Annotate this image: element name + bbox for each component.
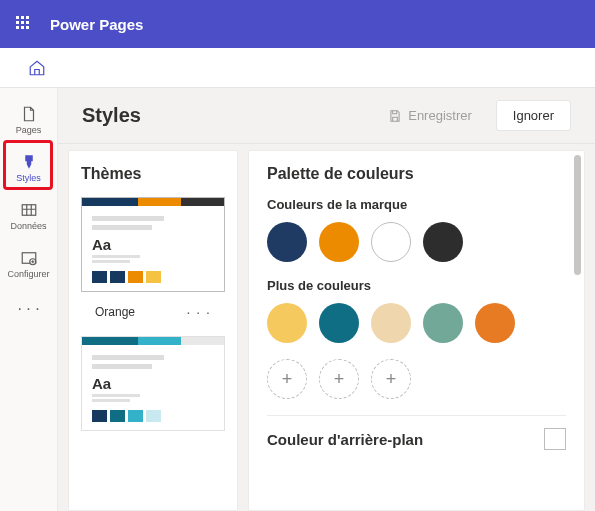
more-color-swatch[interactable]: [319, 303, 359, 343]
left-nav: Pages Styles Données Configurer · · ·: [0, 88, 58, 511]
more-color-swatch[interactable]: [267, 303, 307, 343]
add-color-button[interactable]: +: [267, 359, 307, 399]
page-icon: [20, 105, 38, 123]
more-colors-label: Plus de couleurs: [267, 278, 566, 293]
palette-panel: Palette de couleurs Couleurs de la marqu…: [248, 150, 585, 511]
nav-more[interactable]: · · ·: [0, 288, 57, 330]
app-brand: Power Pages: [50, 16, 143, 33]
app-launcher-icon[interactable]: [16, 16, 32, 32]
brand-color-swatch[interactable]: [423, 222, 463, 262]
more-color-swatch[interactable]: [371, 303, 411, 343]
brand-color-swatch[interactable]: [267, 222, 307, 262]
add-color-button[interactable]: +: [319, 359, 359, 399]
add-color-button[interactable]: +: [371, 359, 411, 399]
themes-panel: Thèmes AaOrange· · ·Aa: [68, 150, 238, 511]
nav-data[interactable]: Données: [0, 192, 57, 240]
nav-styles[interactable]: Styles: [0, 144, 57, 192]
theme-card[interactable]: Aa: [81, 197, 225, 292]
more-color-swatch[interactable]: [423, 303, 463, 343]
page-title: Styles: [82, 104, 364, 127]
save-icon: [388, 109, 402, 123]
scrollbar-thumb[interactable]: [574, 155, 581, 275]
divider: [267, 415, 566, 416]
theme-name: Orange: [95, 305, 135, 319]
background-color-label: Couleur d'arrière-plan: [267, 431, 423, 448]
brand-color-swatch[interactable]: [319, 222, 359, 262]
configure-icon: [20, 249, 38, 267]
background-color-swatch[interactable]: [544, 428, 566, 450]
themes-heading: Thèmes: [81, 165, 225, 183]
grid-icon: [20, 201, 38, 219]
theme-menu-icon[interactable]: · · ·: [187, 304, 211, 320]
ignore-button[interactable]: Ignorer: [496, 100, 571, 131]
app-header: Power Pages: [0, 0, 595, 48]
more-color-swatch[interactable]: [475, 303, 515, 343]
brand-color-swatch[interactable]: [371, 222, 411, 262]
breadcrumb-bar: [0, 48, 595, 88]
svg-rect-0: [22, 205, 36, 216]
toolbar: Styles Enregistrer Ignorer: [58, 88, 595, 144]
nav-configure[interactable]: Configurer: [0, 240, 57, 288]
brush-icon: [20, 153, 38, 171]
theme-card[interactable]: Aa: [81, 336, 225, 431]
save-button[interactable]: Enregistrer: [372, 101, 488, 130]
palette-heading: Palette de couleurs: [267, 165, 566, 183]
home-icon[interactable]: [28, 59, 46, 77]
brand-colors-label: Couleurs de la marque: [267, 197, 566, 212]
nav-pages[interactable]: Pages: [0, 96, 57, 144]
